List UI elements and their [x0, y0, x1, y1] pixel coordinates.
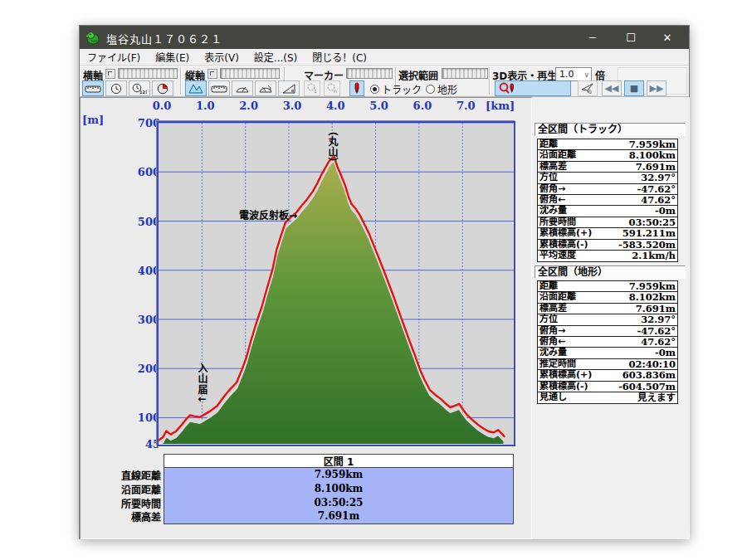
mountain-icon	[188, 83, 203, 94]
info-row-value: 591.211m	[622, 228, 676, 238]
info-row-label: 累積標高(+)	[540, 228, 592, 238]
vaxis-scale-slider[interactable]	[220, 68, 280, 79]
info-row-value: 603.836m	[622, 370, 676, 380]
toolbar-separator	[489, 67, 491, 95]
clock-icon	[110, 83, 122, 95]
marker-pen-button[interactable]	[349, 80, 364, 96]
haxis-time-numeric-button[interactable]: 123	[129, 80, 150, 96]
selection-zoom-button[interactable]	[495, 80, 571, 96]
y-unit-label: [m]	[82, 114, 104, 126]
info-row-value: -583.520m	[618, 240, 676, 250]
info-row-label: 俯角←	[540, 337, 565, 347]
info-row: 累積標高(+)603.836m	[538, 370, 677, 381]
info-row: 標高差7.691m	[538, 162, 677, 173]
info-row-value: 7.959km	[629, 139, 676, 149]
info-row-label: 見通し	[540, 392, 567, 403]
vaxis-speed-button[interactable]	[232, 80, 253, 96]
radio-selected-icon	[370, 85, 379, 94]
close-button[interactable]: ✕	[651, 26, 684, 49]
x-tick-label: 1.0	[194, 100, 216, 112]
section-values: 7.959km8.100km03:50:257.691m	[164, 468, 514, 524]
section-marker-1-button[interactable]: 1	[304, 80, 320, 96]
graph-toolbar: 横軸 縦軸 マーカー 選択範囲 3D表示・再生 1.0 ∨ 倍 123	[80, 66, 689, 97]
title-bar[interactable]: 塩谷丸山１７０６２１ ─ ☐ ✕	[80, 26, 689, 49]
info-row-label: 標高差	[540, 162, 567, 172]
marker-target-track-radio[interactable]: トラック	[370, 82, 422, 96]
vaxis-distance-button[interactable]	[208, 80, 230, 96]
haxis-reset-button[interactable]	[105, 69, 115, 79]
info-row: 累積標高(-)-604.507m	[538, 382, 677, 392]
haxis-pie-timer-button[interactable]	[152, 80, 173, 96]
x-tick-label: 0.0	[151, 100, 173, 112]
ruler-icon	[85, 84, 101, 94]
x-tick-label: 5.0	[369, 100, 390, 112]
replay-reset-button[interactable]: 0	[578, 80, 598, 96]
section-row-label: 直線距離	[81, 470, 161, 484]
trailhead-annotation: 入山届↓	[195, 363, 209, 404]
app-window: 塩谷丸山１７０６２１ ─ ☐ ✕ ファイル(F) 編集(E) 表示(V) 設定.…	[79, 25, 690, 539]
playback-speed-combobox[interactable]: 1.0 ∨	[555, 67, 592, 81]
x-tick-label: 6.0	[412, 100, 433, 112]
section-marker-n-button[interactable]: n	[324, 80, 340, 96]
vaxis-pace-button[interactable]	[255, 80, 276, 96]
terrain-panel-table: 距離7.959km沿面距離8.102km標高差7.691m方位32.97°俯角→…	[537, 280, 678, 404]
info-row-value: 見えます	[637, 392, 676, 403]
info-row-value: 32.97°	[641, 314, 676, 324]
info-row-label: 累積標高(+)	[540, 370, 592, 380]
menu-view[interactable]: 表示(V)	[197, 49, 247, 65]
y-tick-label: 600	[119, 166, 160, 178]
menu-edit[interactable]: 編集(E)	[148, 49, 197, 65]
y-tick-label: 100	[119, 411, 160, 424]
haxis-distance-ruler-button[interactable]	[82, 80, 104, 96]
info-row-value: -604.507m	[618, 382, 676, 392]
stop-icon: ■	[630, 83, 638, 94]
info-row: 俯角→-47.62°	[538, 326, 677, 337]
radio-terrain-label: 地形	[437, 82, 457, 96]
info-row: 方位32.97°	[538, 314, 677, 325]
radio-track-label: トラック	[382, 82, 422, 96]
elevation-profile-chart[interactable]	[159, 123, 514, 445]
marker-slider[interactable]	[346, 68, 393, 79]
info-row-value: -47.62°	[637, 326, 676, 336]
vaxis-slope-button[interactable]	[278, 80, 300, 96]
info-row-label: 方位	[540, 314, 558, 324]
maximize-button[interactable]: ☐	[614, 26, 647, 49]
menu-bar: ファイル(F) 編集(E) 表示(V) 設定...(S) 閉じる！(C)	[80, 49, 689, 66]
slope-angle-icon	[282, 84, 295, 94]
marker-target-terrain-radio[interactable]: 地形	[426, 82, 457, 96]
x-tick-label: 7.0	[455, 100, 476, 112]
info-row-label: 累積標高(-)	[540, 382, 588, 392]
info-row: 俯角→-47.62°	[538, 184, 677, 195]
vaxis-elevation-button[interactable]	[185, 80, 207, 96]
info-row-label: 沿面距離	[540, 150, 576, 160]
info-row-value: -47.62°	[637, 184, 676, 194]
info-row: 沿面距離8.102km	[538, 292, 677, 303]
menu-close[interactable]: 閉じる！(C)	[305, 49, 374, 65]
vaxis-reset-button[interactable]	[208, 69, 217, 79]
window-title: 塩谷丸山１７０６２１	[106, 31, 222, 46]
menu-settings[interactable]: 設定...(S)	[247, 49, 305, 65]
playback-speed-value: 1.0	[559, 69, 574, 80]
info-row-value: -0m	[655, 348, 676, 358]
reflector-annotation: 電波反射板→	[204, 207, 297, 222]
info-row: 沈み量-0m	[538, 348, 677, 358]
track-panel-title: 全区間（トラック）	[535, 123, 686, 136]
dashed-marker-1-icon: 1	[306, 83, 318, 94]
minimize-button[interactable]: ─	[576, 26, 609, 49]
ruler-icon	[211, 84, 227, 94]
haxis-time-button[interactable]	[105, 80, 127, 96]
haxis-scale-slider[interactable]	[118, 68, 178, 79]
info-row: 標高差7.691m	[538, 304, 677, 314]
selection-slider[interactable]	[442, 68, 488, 79]
svg-text:n: n	[334, 88, 337, 94]
info-row: 累積標高(-)-583.520m	[538, 240, 677, 251]
info-row-label: 俯角→	[540, 326, 565, 336]
info-row: 沿面距離8.100km	[538, 150, 677, 161]
stop-button[interactable]: ■	[624, 80, 644, 96]
menu-file[interactable]: ファイル(F)	[80, 49, 148, 65]
info-row: 平均速度2.1km/h	[538, 251, 677, 261]
info-row-label: 方位	[540, 173, 558, 183]
info-row-label: 沈み量	[540, 348, 567, 358]
rewind-button[interactable]: ◀◀	[602, 80, 622, 96]
play-button[interactable]: ▶▶	[647, 80, 666, 96]
